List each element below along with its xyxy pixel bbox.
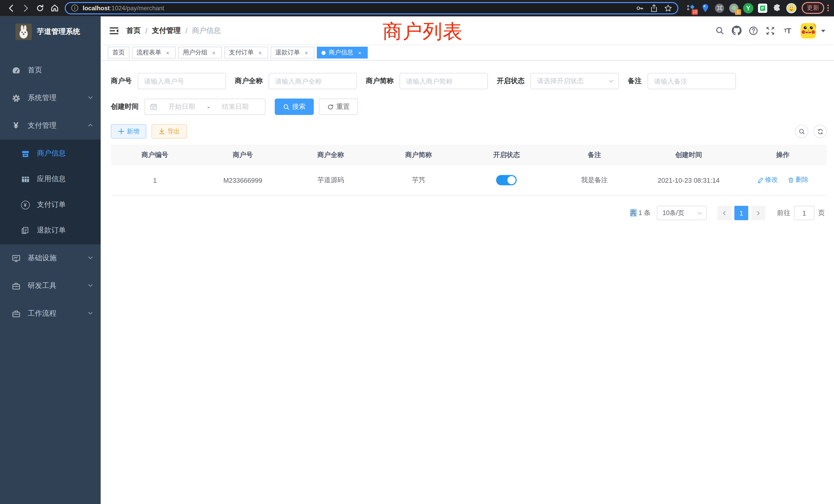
tab-process-form[interactable]: 流程表单× — [132, 47, 176, 59]
refresh-table-button[interactable] — [813, 125, 827, 138]
date-range-picker[interactable]: 开始日期 - 结束日期 — [144, 98, 265, 115]
show-search-button[interactable] — [795, 125, 808, 138]
tab-merchant-info[interactable]: 商户信息× — [317, 47, 368, 59]
total-prefix: 共 — [630, 209, 637, 216]
table-header-id: 商户编号 — [111, 151, 199, 160]
refresh-icon — [817, 128, 824, 135]
sidebar-item-refund-order[interactable]: 退款订单 — [0, 217, 101, 243]
browser-menu-icon[interactable] — [827, 5, 829, 11]
yen-icon: ¥ — [11, 121, 21, 130]
search-icon — [798, 128, 805, 135]
tab-close-icon[interactable]: × — [356, 49, 363, 56]
hamburger-icon[interactable] — [109, 25, 119, 36]
breadcrumb-home[interactable]: 首页 — [126, 26, 141, 35]
key-icon[interactable] — [636, 4, 644, 12]
share-icon[interactable] — [650, 4, 658, 12]
calendar-icon — [150, 103, 157, 110]
back-icon[interactable] — [5, 2, 18, 14]
table-header-remark: 备注 — [550, 151, 638, 160]
short-name-input[interactable] — [399, 73, 488, 89]
cell-merchant-no: M233666999 — [199, 176, 287, 184]
breadcrumb-separator: / — [185, 26, 188, 35]
tab-pay-order[interactable]: 支付订单× — [224, 47, 268, 59]
reset-button[interactable]: 重置 — [319, 98, 358, 115]
add-button[interactable]: 新增 — [111, 124, 146, 139]
avatar[interactable] — [800, 23, 816, 38]
merchant-no-label: 商户号 — [111, 76, 132, 86]
cell-id: 1 — [111, 176, 199, 184]
cell-short-name: 芋艿 — [375, 176, 462, 185]
tab-close-icon[interactable]: × — [164, 49, 171, 56]
tab-close-icon[interactable]: × — [211, 49, 217, 56]
tab-user-group[interactable]: 用户分组× — [178, 47, 222, 59]
document-icon — [21, 226, 30, 235]
text-size-icon[interactable]: TT — [781, 24, 794, 37]
extension-bar: 10 1 Y — [683, 2, 830, 14]
ext-recorder-icon[interactable]: 1 — [728, 2, 740, 14]
tab-close-icon[interactable]: × — [303, 49, 310, 56]
sidebar-item-system[interactable]: 系统管理 — [0, 84, 101, 112]
sidebar-item-devtools[interactable]: 研发工具 — [0, 272, 101, 300]
edit-link[interactable]: 修改 — [757, 176, 778, 184]
page-size-select[interactable]: 10条/页 — [657, 206, 707, 220]
fullscreen-icon[interactable] — [764, 24, 777, 37]
export-button[interactable]: 导出 — [152, 124, 187, 139]
url-path: :1024/pay/merchant — [110, 4, 164, 12]
breadcrumb-pay[interactable]: 支付管理 — [152, 26, 181, 35]
forward-icon[interactable] — [20, 2, 32, 14]
github-icon[interactable] — [730, 24, 743, 37]
status-select[interactable]: 请选择开启状态 — [530, 73, 619, 89]
url-bar[interactable]: localhost:1024/pay/merchant — [65, 2, 678, 14]
merchant-no-input[interactable] — [137, 73, 226, 89]
extensions-puzzle-icon[interactable] — [771, 2, 783, 14]
sidebar-item-label: 系统管理 — [28, 93, 87, 102]
ext-notes-icon[interactable] — [757, 2, 768, 14]
remark-input[interactable] — [647, 73, 736, 89]
tab-label: 首页 — [112, 48, 125, 57]
status-toggle[interactable] — [496, 175, 517, 185]
ext-bookmarks-icon[interactable]: 10 — [685, 2, 696, 14]
tab-home[interactable]: 首页 — [108, 47, 129, 59]
sidebar-item-pay[interactable]: ¥ 支付管理 — [0, 112, 101, 140]
full-name-input[interactable] — [268, 73, 357, 89]
plus-icon — [118, 128, 124, 135]
info-icon[interactable] — [71, 4, 79, 12]
search-icon[interactable] — [713, 24, 726, 37]
prev-page-button[interactable] — [718, 206, 731, 220]
sidebar-item-merchant-info[interactable]: 商户信息 — [0, 141, 101, 166]
ext-pin-icon[interactable] — [699, 2, 711, 14]
goto-label: 前往 — [777, 208, 790, 217]
table-header-short-name: 商户简称 — [375, 151, 462, 160]
home-icon[interactable] — [48, 2, 61, 14]
sidebar-item-home[interactable]: 首页 — [0, 56, 101, 84]
url-host: localhost — [83, 4, 110, 12]
sidebar-item-infra[interactable]: 基础设施 — [0, 244, 101, 272]
table-row: 1 M233666999 芋道源码 芋艿 我是备注 2021-10-23 08:… — [111, 165, 827, 196]
caret-down-icon[interactable] — [821, 26, 826, 35]
page-content: 商户号 商户全称 商户简称 开启状态 请选择开启状态 — [101, 61, 834, 504]
sidebar-item-label: 支付管理 — [28, 121, 87, 130]
export-button-label: 导出 — [168, 127, 180, 136]
sidebar-item-app-info[interactable]: 应用信息 — [0, 166, 101, 192]
star-icon[interactable] — [664, 4, 672, 12]
status-label: 开启状态 — [497, 76, 525, 86]
app-title: 芋道管理系统 — [37, 27, 80, 37]
briefcase-icon — [11, 309, 21, 318]
search-button[interactable]: 搜索 — [275, 98, 314, 115]
sidebar-item-pay-order[interactable]: ¥ 支付订单 — [0, 192, 101, 217]
tab-refund-order[interactable]: 退款订单× — [271, 47, 314, 59]
next-page-button[interactable] — [751, 206, 765, 220]
delete-link[interactable]: 删除 — [788, 176, 808, 184]
tab-close-icon[interactable]: × — [257, 49, 263, 56]
reload-icon[interactable] — [34, 2, 46, 14]
chevron-left-icon — [722, 210, 727, 216]
help-icon[interactable] — [747, 24, 760, 37]
browser-update-button[interactable]: 更新 — [802, 2, 824, 14]
app-logo[interactable]: 芋道管理系统 — [0, 17, 101, 47]
ext-y-icon[interactable]: Y — [743, 2, 754, 14]
ext-command-icon[interactable] — [714, 2, 725, 14]
sidebar-item-workflow[interactable]: 工作流程 — [0, 300, 101, 327]
goto-page-input[interactable] — [794, 206, 814, 220]
page-number-1[interactable]: 1 — [734, 206, 748, 220]
ext-profile-icon[interactable] — [786, 2, 797, 14]
